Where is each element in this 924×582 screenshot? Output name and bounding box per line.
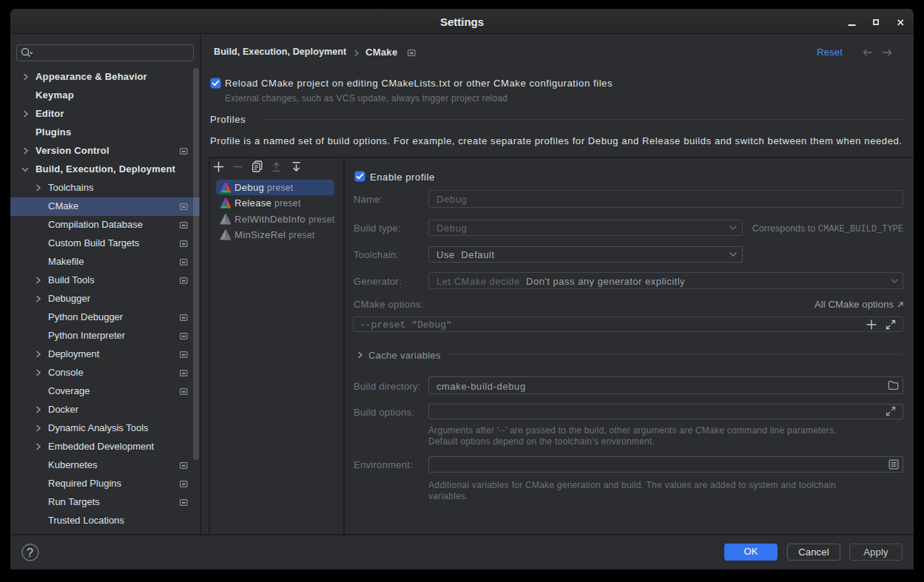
- svg-text:?: ?: [27, 547, 34, 559]
